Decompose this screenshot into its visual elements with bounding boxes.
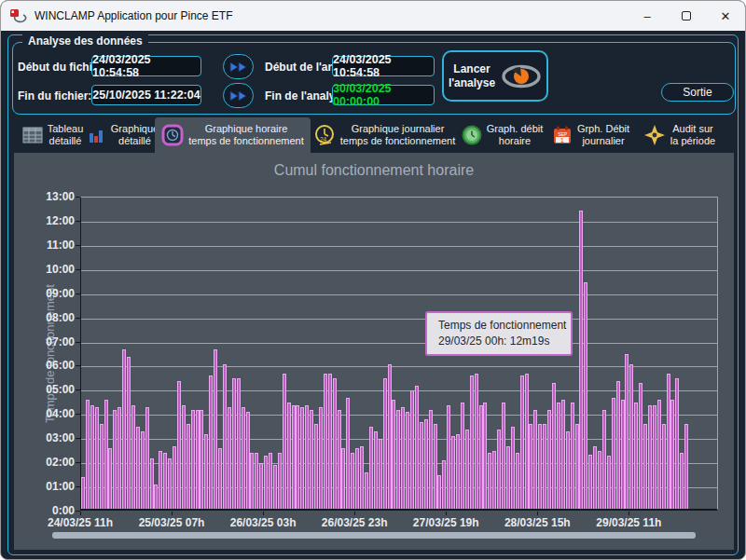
bar[interactable] [328,374,332,509]
bar[interactable] [388,364,392,510]
bar[interactable] [100,424,104,509]
bar[interactable] [122,349,126,509]
bar[interactable] [607,456,611,509]
bar[interactable] [300,407,304,509]
bar[interactable] [621,400,625,509]
bar[interactable] [461,403,464,509]
bar[interactable] [456,434,460,509]
bar[interactable] [355,448,359,509]
bar[interactable] [255,453,258,509]
bar[interactable] [497,430,501,510]
copy-start-button[interactable] [223,54,254,79]
bar[interactable] [232,378,236,509]
analysis-start-field[interactable]: 24/03/2025 10:54:58 [332,56,435,76]
bar[interactable] [561,400,565,509]
bar[interactable] [483,403,487,509]
bar[interactable] [218,448,222,509]
bar[interactable] [470,376,474,509]
tab-grph-debit-journalier[interactable]: SEP 1 Grph. Débitjournalier [546,117,635,153]
bar[interactable] [598,451,601,509]
bar[interactable] [104,400,108,509]
bar[interactable] [351,453,354,509]
bar[interactable] [259,463,263,509]
bar[interactable] [396,410,400,509]
bar[interactable] [86,400,90,509]
file-start-field[interactable]: 24/03/2025 10:54:58 [91,56,201,76]
bar[interactable] [95,407,99,509]
bar[interactable] [369,427,373,509]
bar[interactable] [338,410,341,509]
bar[interactable] [333,378,337,509]
bar[interactable] [588,455,592,509]
bar[interactable] [108,448,112,509]
analysis-end-field[interactable]: 30/03/2025 00:00:00 [332,85,435,105]
bar[interactable] [287,403,291,509]
bar[interactable] [653,405,656,510]
bar[interactable] [511,427,515,509]
bar[interactable] [177,381,181,509]
bar[interactable] [113,410,117,509]
bar[interactable] [525,374,529,509]
bar[interactable] [520,376,524,509]
bar[interactable] [434,424,437,509]
bar[interactable] [136,427,140,509]
bar[interactable] [492,451,496,509]
bar[interactable] [305,405,309,510]
bar[interactable] [154,485,158,509]
bar[interactable] [593,446,597,509]
tab-graphique-detaille[interactable]: Graphiquedétaillé [91,117,155,153]
bar[interactable] [278,453,282,509]
bar[interactable] [223,364,227,510]
horizontal-scrollbar[interactable] [52,532,696,539]
bar[interactable] [566,431,570,509]
bar[interactable] [228,407,231,509]
minimize-button[interactable]: – [628,1,667,31]
bar[interactable] [145,407,149,509]
bar[interactable] [684,424,688,509]
bar[interactable] [547,410,551,509]
bar[interactable] [634,403,638,509]
bar[interactable] [538,424,542,509]
copy-end-button[interactable] [223,83,254,108]
tab-graphique-horaire-fonctionnement[interactable]: Graphique horairetemps de fonctionnement [155,117,311,153]
bar[interactable] [648,405,652,510]
bar[interactable] [314,424,318,509]
bar[interactable] [488,453,491,509]
bar[interactable] [584,282,587,509]
bar[interactable] [437,475,441,509]
bar[interactable] [182,405,186,510]
bar[interactable] [310,410,313,509]
bar[interactable] [442,460,446,509]
bar[interactable] [516,453,519,509]
bar[interactable] [575,424,579,509]
bar[interactable] [346,398,350,509]
file-end-field[interactable]: 25/10/2025 11:22:04 [91,85,201,105]
bar[interactable] [90,405,94,510]
bar[interactable] [237,378,241,509]
exit-button[interactable]: Sortie [661,83,734,102]
bar[interactable] [625,354,629,509]
bar[interactable] [296,405,299,510]
bar[interactable] [616,381,620,509]
bar[interactable] [250,453,254,509]
bar[interactable] [150,458,154,509]
bar[interactable] [612,398,615,509]
bar[interactable] [406,412,409,509]
bar[interactable] [186,424,190,509]
bar[interactable] [191,410,195,509]
bar[interactable] [465,430,469,510]
bar[interactable] [81,477,85,509]
bar[interactable] [571,403,574,509]
bar[interactable] [420,422,423,509]
bar[interactable] [447,405,450,510]
bar[interactable] [168,458,172,509]
bar[interactable] [341,448,345,509]
launch-analysis-button[interactable]: Lancer l'analyse [442,50,548,102]
bar[interactable] [579,211,583,509]
bar[interactable] [141,431,145,509]
bar[interactable] [533,410,537,509]
bar[interactable] [127,357,131,509]
bar[interactable] [670,400,674,509]
bar[interactable] [639,383,642,509]
bar[interactable] [324,374,327,509]
